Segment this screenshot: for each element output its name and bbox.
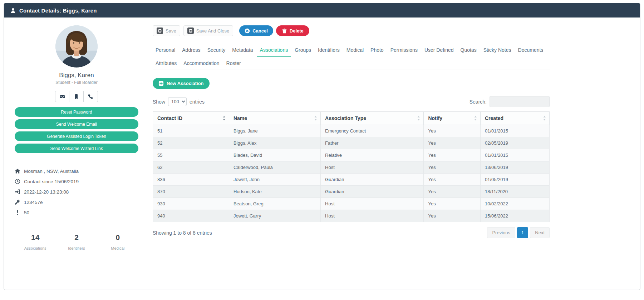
generate-assisted-login-token-button[interactable]: Generate Assisted Login Token [15,131,138,141]
tab-permissions[interactable]: Permissions [388,44,421,57]
column-header-notify[interactable]: Notify [424,112,481,125]
save-button[interactable]: Save [153,25,180,36]
entries-label: entries [190,99,205,105]
table-row[interactable]: 55Blades, DavidRelativeYes01/01/2015 [153,149,550,161]
column-header-name[interactable]: Name [229,112,320,125]
cell: 62 [153,161,229,174]
cell: Emergency Contact [321,125,424,137]
info-text: 123457e [24,200,43,205]
sidebar-info-list: Mosman , NSW, AustraliaContact since 15/… [15,168,138,215]
cell: Relative [321,149,424,161]
key-icon [15,199,20,205]
page-title: Contact Details: Biggs, Karen [19,8,97,14]
table-row[interactable]: 836Jowett, JohnGuardianYes01/05/2019 [153,174,550,186]
next-page-button[interactable]: Next [530,227,550,238]
column-header-created[interactable]: Created [481,112,550,125]
tab-attributes[interactable]: Attributes [153,57,180,70]
cell: Father [321,137,424,149]
table-footer: Showing 1 to 8 of 8 entries Previous 1 N… [153,227,550,238]
cell: 836 [153,174,229,186]
info-item: 2022-12-20 13:23:08 [15,189,138,195]
info-text: Mosman , NSW, Australia [24,169,79,174]
tab-personal[interactable]: Personal [153,44,178,57]
contact-role: Student - Full Boarder [15,80,138,85]
tab-bar: PersonalAddressSecurityMetadataAssociati… [153,44,550,70]
mobile-button[interactable] [69,91,84,102]
new-association-button[interactable]: New Association [153,78,210,89]
toolbar: Save Save And Close Cancel Delete [153,25,640,36]
tab-user-defined[interactable]: User Defined [422,44,457,57]
phone-button[interactable] [84,91,98,102]
cell: 01/01/2015 [481,125,550,137]
stat-medical: 0Medical [97,233,138,250]
tab-accommodation[interactable]: Accommodation [181,57,222,70]
cell: 15/06/2022 [481,210,550,222]
table-row[interactable]: 51Biggs, JaneEmergency ContactYes01/01/2… [153,125,550,137]
tab-metadata[interactable]: Metadata [229,44,256,57]
tab-documents[interactable]: Documents [515,44,546,57]
cell: Guardian [321,186,424,198]
sidebar: Biggs, Karen Student - Full Boarder Rese… [4,18,148,290]
table-row[interactable]: 52Biggs, AlexFatherYes02/05/2019 [153,137,550,149]
database-icon [157,28,163,34]
cancel-label: Cancel [252,28,268,34]
stat-label: Associations [15,246,56,250]
send-welcome-wizard-link-button[interactable]: Send Welcome Wizard Link [15,144,138,153]
cell: 55 [153,149,229,161]
cell: 52 [153,137,229,149]
tab-medical[interactable]: Medical [344,44,367,57]
table-row[interactable]: 930Beatson, GregHostYes10/02/2022 [153,198,550,210]
cancel-button[interactable]: Cancel [239,25,273,36]
column-header-contact-id[interactable]: Contact ID [153,112,229,125]
table-row[interactable]: 62Calderwood, PaulaHostYes13/06/2019 [153,161,550,174]
main-content: Save Save And Close Cancel Delete Person… [148,18,640,290]
table-row[interactable]: 940Jowett, GarryHostYes15/06/2022 [153,210,550,222]
tab-identifiers[interactable]: Identifiers [315,44,343,57]
tab-security[interactable]: Security [205,44,228,57]
info-item: Contact since 15/06/2019 [15,179,138,184]
cell: Blades, David [229,149,320,161]
sign-in-icon [15,189,20,195]
info-text: Contact since 15/06/2019 [24,179,79,184]
contact-name: Biggs, Karen [15,72,138,79]
tab-groups[interactable]: Groups [292,44,314,57]
column-header-association-type[interactable]: Association Type [321,112,424,125]
search-control: Search: [470,96,550,107]
search-input[interactable] [490,96,550,107]
tab-address[interactable]: Address [179,44,203,57]
tab-roster[interactable]: Roster [223,57,244,70]
cell: 940 [153,210,229,222]
reset-password-button[interactable]: Reset Password [15,107,138,117]
stat-label: Medical [97,246,138,250]
cell: 13/06/2019 [481,161,550,174]
cell: 01/05/2019 [481,174,550,186]
tab-quotas[interactable]: Quotas [458,44,480,57]
column-label: Name [233,115,247,121]
stat-associations: 14Associations [15,233,56,250]
page-size-select[interactable]: 100 [168,97,187,106]
save-label: Save [166,28,176,34]
save-and-close-button[interactable]: Save And Close [183,25,233,36]
email-icon [60,94,65,99]
cell: Beatson, Greg [229,198,320,210]
new-association-label: New Association [167,81,204,86]
page-1-button[interactable]: 1 [517,227,528,238]
cell: Hudson, Kate [229,186,320,198]
tab-photo[interactable]: Photo [368,44,387,57]
send-welcome-email-button[interactable]: Send Welcome Email [15,119,138,129]
cell: Biggs, Alex [229,137,320,149]
page-header: Contact Details: Biggs, Karen [4,3,640,18]
column-label: Notify [428,115,442,121]
stat-value: 14 [15,233,56,242]
tab-associations[interactable]: Associations [257,44,291,57]
cell: Host [321,210,424,222]
previous-page-button[interactable]: Previous [487,227,515,238]
table-row[interactable]: 870Hudson, KateGuardianYes18/11/2020 [153,186,550,198]
sort-icon [417,116,420,121]
delete-button[interactable]: Delete [276,25,309,36]
mobile-icon [74,94,79,99]
contact-method-group [15,91,138,102]
email-button[interactable] [55,91,69,102]
tab-sticky-notes[interactable]: Sticky Notes [481,44,514,57]
cell: Yes [424,174,481,186]
